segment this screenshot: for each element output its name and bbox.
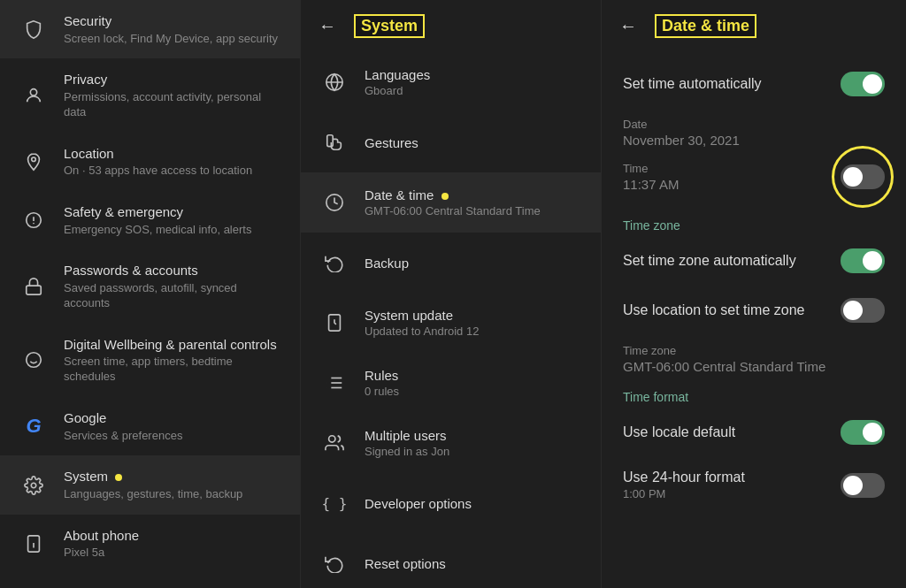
sidebar-item-google-subtitle: Services & preferences <box>64 429 282 444</box>
time-toggle[interactable] <box>841 164 885 189</box>
sidebar-item-system[interactable]: System Languages, gestures, time, backup <box>0 455 300 514</box>
auto-time-toggle[interactable] <box>841 72 885 96</box>
right-panel-content: Set time automatically Date November 30,… <box>602 52 906 520</box>
sidebar-item-google-title: Google <box>64 409 282 427</box>
menu-gestures-title: Gestures <box>365 135 583 150</box>
timezone-value-section: Time zone GMT-06:00 Central Standard Tim… <box>602 335 906 376</box>
menu-item-users[interactable]: Multiple users Signed in as Jon <box>301 413 601 473</box>
sidebar-item-security-title: Security <box>64 12 282 30</box>
menu-users-subtitle: Signed in as Jon <box>365 445 583 458</box>
menu-item-backup[interactable]: Backup <box>301 233 601 293</box>
menu-item-languages[interactable]: Languages Gboard <box>301 52 601 112</box>
sidebar-item-about-title: About phone <box>64 527 282 545</box>
set-time-title: Set time automatically <box>623 76 762 92</box>
menu-users-title: Multiple users <box>365 428 583 443</box>
24hour-subtitle: 1:00 PM <box>623 487 745 500</box>
svg-rect-17 <box>327 135 333 147</box>
24hour-format-item[interactable]: Use 24-hour format 1:00 PM <box>602 457 906 513</box>
svg-rect-5 <box>27 286 42 294</box>
auto-timezone-toggle[interactable] <box>841 248 885 273</box>
auto-time-toggle-container <box>841 72 885 96</box>
system-annotation-box: System <box>354 14 425 38</box>
auto-time-toggle-knob <box>863 74 882 94</box>
svg-point-0 <box>30 89 36 95</box>
menu-item-datetime[interactable]: Date & time GMT-06:00 Central Standard T… <box>301 172 601 233</box>
timezone-section-label: Time zone <box>602 204 906 236</box>
developer-icon: { } <box>319 487 350 519</box>
menu-datetime-title: Date & time <box>365 187 583 202</box>
rules-icon <box>319 367 350 399</box>
menu-languages-title: Languages <box>365 67 583 82</box>
location-timezone-item[interactable]: Use location to set time zone <box>602 286 906 335</box>
sidebar-item-system-title: System <box>64 468 282 485</box>
date-section: Date November 30, 2021 <box>602 109 906 149</box>
left-panel: Security Screen lock, Find My Device, ap… <box>0 0 301 588</box>
sidebar-item-passwords-subtitle: Saved passwords, autofill, synced accoun… <box>64 281 282 311</box>
svg-point-23 <box>329 436 335 442</box>
set-time-automatically-item[interactable]: Set time automatically <box>602 59 906 109</box>
24hour-title: Use 24-hour format <box>623 470 745 485</box>
sidebar-item-location[interactable]: Location On · 53 apps have access to loc… <box>0 133 300 191</box>
update-icon <box>319 307 350 339</box>
menu-item-rules[interactable]: Rules 0 rules <box>301 353 601 413</box>
right-panel-header: ← Date & time <box>602 0 906 52</box>
date-label: Date <box>623 118 885 131</box>
timezone-label: Time zone <box>623 344 885 357</box>
location-timezone-toggle[interactable] <box>841 298 885 323</box>
menu-update-title: System update <box>365 308 583 323</box>
sidebar-item-wellbeing[interactable]: Digital Wellbeing & parental controls Sc… <box>0 324 300 397</box>
24hour-toggle[interactable] <box>841 473 885 498</box>
middle-back-button[interactable]: ← <box>319 16 336 36</box>
reset-icon <box>319 547 350 579</box>
sidebar-item-safety-subtitle: Emergency SOS, medical info, alerts <box>64 223 282 238</box>
datetime-dot <box>441 193 449 200</box>
sidebar-item-location-title: Location <box>64 145 282 163</box>
menu-backup-title: Backup <box>365 256 583 271</box>
sidebar-item-security[interactable]: Security Screen lock, Find My Device, ap… <box>0 0 300 58</box>
menu-item-gestures[interactable]: Gestures <box>301 112 601 172</box>
timezone-value: GMT-06:00 Central Standard Time <box>623 359 885 374</box>
auto-timezone-title: Set time zone automatically <box>623 253 796 269</box>
auto-timezone-knob <box>863 251 882 271</box>
menu-developer-title: Developer options <box>365 496 583 511</box>
sidebar-item-privacy-title: Privacy <box>64 71 282 88</box>
locale-default-item[interactable]: Use locale default <box>602 408 906 457</box>
sidebar-item-about[interactable]: About phone Pixel 5a <box>0 515 300 573</box>
menu-reset-title: Reset options <box>365 556 583 571</box>
sidebar-item-safety[interactable]: Safety & emergency Emergency SOS, medica… <box>0 191 300 249</box>
location-timezone-knob <box>843 301 863 320</box>
safety-icon <box>18 204 50 236</box>
time-section-item[interactable]: Time 11:37 AM <box>602 149 906 204</box>
sidebar-item-location-subtitle: On · 53 apps have access to location <box>64 164 282 179</box>
right-back-button[interactable]: ← <box>619 16 637 36</box>
sidebar-item-google[interactable]: G Google Services & preferences <box>0 397 300 455</box>
sidebar-item-system-subtitle: Languages, gestures, time, backup <box>64 487 282 502</box>
system-annotation-dot <box>115 474 122 481</box>
sidebar-item-privacy[interactable]: Privacy Permissions, account activity, p… <box>0 58 300 132</box>
menu-update-subtitle: Updated to Android 12 <box>365 325 583 338</box>
auto-timezone-item[interactable]: Set time zone automatically <box>602 236 906 286</box>
svg-point-9 <box>31 483 36 488</box>
about-icon <box>18 528 50 560</box>
sidebar-item-tips[interactable]: Tips & support Help articles, phone & ch… <box>0 573 300 588</box>
sidebar-item-about-subtitle: Pixel 5a <box>64 546 282 561</box>
date-value: November 30, 2021 <box>623 133 885 148</box>
time-value: 11:37 AM <box>623 177 679 192</box>
datetime-annotation-box: Date & time <box>655 14 756 38</box>
right-panel-title: Date & time <box>655 14 756 38</box>
menu-item-reset[interactable]: Reset options <box>301 533 601 588</box>
menu-rules-subtitle: 0 rules <box>365 385 583 398</box>
locale-default-title: Use locale default <box>623 424 735 440</box>
locale-default-toggle[interactable] <box>841 420 885 445</box>
middle-panel: ← System Languages Gboard Gestures Date … <box>301 0 602 588</box>
google-icon: G <box>18 410 50 442</box>
users-icon <box>319 427 350 459</box>
sidebar-item-security-subtitle: Screen lock, Find My Device, app securit… <box>64 32 282 47</box>
menu-item-update[interactable]: System update Updated to Android 12 <box>301 293 601 353</box>
sidebar-item-wellbeing-subtitle: Screen time, app timers, bedtime schedul… <box>64 355 282 385</box>
svg-point-4 <box>34 223 35 224</box>
sidebar-item-passwords[interactable]: Passwords & accounts Saved passwords, au… <box>0 249 300 323</box>
gesture-icon <box>319 126 350 158</box>
menu-item-developer[interactable]: { } Developer options <box>301 473 601 533</box>
time-label: Time <box>623 162 679 175</box>
